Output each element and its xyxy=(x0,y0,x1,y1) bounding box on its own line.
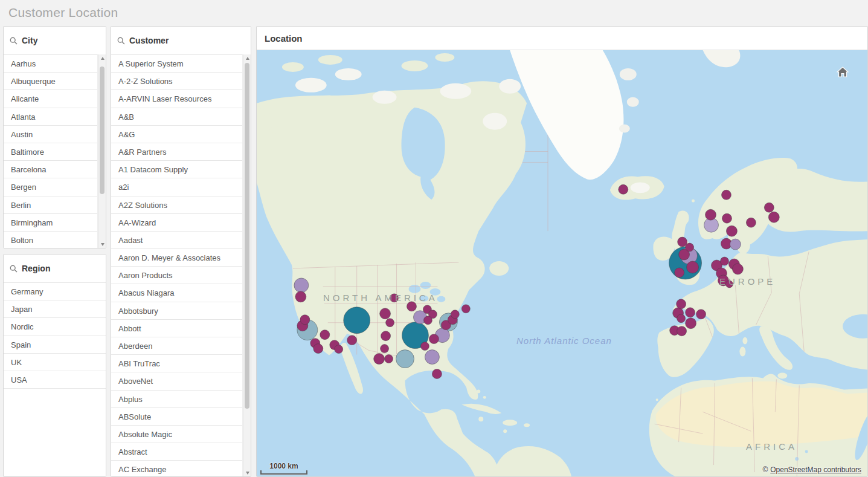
map-bubble[interactable] xyxy=(420,342,429,351)
customer-list-item[interactable]: ABSolute xyxy=(111,408,242,426)
city-list-item[interactable]: Barcelona xyxy=(4,161,97,178)
customer-list-item[interactable]: AboveNet xyxy=(111,372,242,390)
customer-list-item[interactable]: Aadast xyxy=(111,232,242,249)
city-list-item[interactable]: Aarhus xyxy=(4,55,97,73)
customer-list-item[interactable]: A&G xyxy=(111,126,242,143)
map-bubble[interactable] xyxy=(677,326,687,336)
map-bubble[interactable] xyxy=(726,226,737,236)
map-bubble[interactable] xyxy=(294,278,309,293)
scroll-down-icon[interactable] xyxy=(98,241,106,248)
customer-list-item[interactable]: A-2-Z Solutions xyxy=(111,73,242,90)
city-scroll-thumb[interactable] xyxy=(100,67,104,194)
map-bubble[interactable] xyxy=(396,350,414,368)
map-bubble[interactable] xyxy=(686,308,695,317)
customer-list-item[interactable]: ABI TruTrac xyxy=(111,355,242,372)
map-bubble[interactable] xyxy=(675,268,684,277)
customer-list-item[interactable]: Absolute Magic xyxy=(111,426,242,443)
region-list-item[interactable]: Nordic xyxy=(4,318,106,336)
map-bubble[interactable] xyxy=(313,344,323,354)
map-bubble[interactable] xyxy=(451,310,459,319)
customer-list-item[interactable]: AC Exchange xyxy=(111,461,242,476)
map-bubble[interactable] xyxy=(764,203,774,212)
region-list-item[interactable]: USA xyxy=(4,371,106,389)
map-bubble[interactable] xyxy=(429,334,439,344)
customer-list-item[interactable]: Abstract xyxy=(111,443,242,461)
customer-list-item[interactable]: Aaron D. Meyer & Associates xyxy=(111,249,242,267)
city-list-scrollbar[interactable] xyxy=(98,54,106,248)
map-bubble[interactable] xyxy=(335,345,343,354)
map-bubble[interactable] xyxy=(696,310,706,319)
map-bubble[interactable] xyxy=(677,299,686,309)
map-bubble[interactable] xyxy=(725,281,733,288)
map-bubble[interactable] xyxy=(686,243,694,251)
map-bubble[interactable] xyxy=(295,291,306,302)
customer-list-item[interactable]: A&B xyxy=(111,108,242,126)
scroll-up-icon[interactable] xyxy=(98,54,106,62)
map-bubble[interactable] xyxy=(300,315,310,325)
customer-list-item[interactable]: Aaron Products xyxy=(111,267,242,284)
customer-list-item[interactable]: Abbotsbury xyxy=(111,302,242,320)
customer-list-item[interactable]: A&R Partners xyxy=(111,143,242,161)
city-list-item[interactable]: Austin xyxy=(4,126,97,143)
map-bubble[interactable] xyxy=(706,209,716,220)
city-list-item[interactable]: Baltimore xyxy=(4,143,97,161)
customer-list-item[interactable]: Abbott xyxy=(111,320,242,337)
map-bubble[interactable] xyxy=(461,305,470,313)
city-filter-header[interactable]: City xyxy=(4,27,106,54)
region-list-item[interactable]: Spain xyxy=(4,336,106,354)
customer-list-item[interactable]: A Superior System xyxy=(111,55,242,73)
scroll-down-icon[interactable] xyxy=(243,469,251,476)
home-button[interactable] xyxy=(836,66,849,78)
customer-list-scrollbar[interactable] xyxy=(243,54,251,476)
customer-list-item[interactable]: A-ARVIN Laser Resources xyxy=(111,90,242,108)
customer-scroll-thumb[interactable] xyxy=(245,63,249,409)
map-bubble[interactable] xyxy=(768,212,779,222)
customer-list-item[interactable]: a2i xyxy=(111,178,242,196)
city-list-item[interactable]: Berlin xyxy=(4,196,97,214)
customer-list-item[interactable]: AA-Wizard xyxy=(111,214,242,232)
map-bubble[interactable] xyxy=(687,261,699,273)
map-bubble[interactable] xyxy=(432,369,442,379)
map-bubble[interactable] xyxy=(722,213,731,223)
customer-list-item[interactable]: A2Z Solutions xyxy=(111,196,242,214)
customer-list-item[interactable]: Abacus Niagara xyxy=(111,284,242,302)
city-list-item[interactable]: Bolton xyxy=(4,232,97,248)
map-bubble[interactable] xyxy=(381,331,391,341)
region-filter-header[interactable]: Region xyxy=(4,255,106,282)
region-list-item[interactable]: UK xyxy=(4,354,106,371)
map-bubble[interactable] xyxy=(720,257,728,265)
scroll-up-icon[interactable] xyxy=(243,54,251,62)
map-bubble[interactable] xyxy=(381,345,389,353)
map-bubble[interactable] xyxy=(686,318,696,329)
city-list-item[interactable]: Alicante xyxy=(4,90,97,108)
osm-contributors-link[interactable]: OpenStreetMap contributors xyxy=(770,466,861,474)
map-bubble[interactable] xyxy=(423,316,432,325)
map-bubble[interactable] xyxy=(386,319,394,327)
map-bubble[interactable] xyxy=(677,314,686,323)
map-bubble[interactable] xyxy=(730,239,741,250)
city-list-item[interactable]: Birmingham xyxy=(4,214,97,232)
city-list-item[interactable]: Albuquerque xyxy=(4,73,97,90)
map-bubble[interactable] xyxy=(746,218,756,227)
customer-list-item[interactable]: A1 Datacom Supply xyxy=(111,161,242,178)
map-bubble[interactable] xyxy=(732,264,743,274)
city-list-item[interactable]: Atlanta xyxy=(4,108,97,126)
map-bubble[interactable] xyxy=(380,308,391,319)
region-list-item[interactable]: Japan xyxy=(4,300,106,318)
customer-list-item[interactable]: Aberdeen xyxy=(111,337,242,355)
map-bubble[interactable] xyxy=(374,354,385,365)
map-bubble[interactable] xyxy=(425,350,439,365)
world-map[interactable]: NORTH AMERICA EUROPE AFRICA North Atlant… xyxy=(257,50,867,476)
customer-list-item[interactable]: Abplus xyxy=(111,391,242,408)
map-bubble[interactable] xyxy=(390,294,399,302)
map-bubble[interactable] xyxy=(619,184,628,194)
map-bubble[interactable] xyxy=(347,336,357,345)
customer-filter-header[interactable]: Customer xyxy=(111,27,251,54)
map-bubble[interactable] xyxy=(344,307,370,334)
map-bubble[interactable] xyxy=(721,190,731,200)
map-bubble[interactable] xyxy=(320,330,330,340)
city-list-item[interactable]: Bergen xyxy=(4,178,97,196)
map-bubble[interactable] xyxy=(407,302,417,311)
map-bubble[interactable] xyxy=(385,355,393,363)
region-list-item[interactable]: Germany xyxy=(4,283,106,300)
